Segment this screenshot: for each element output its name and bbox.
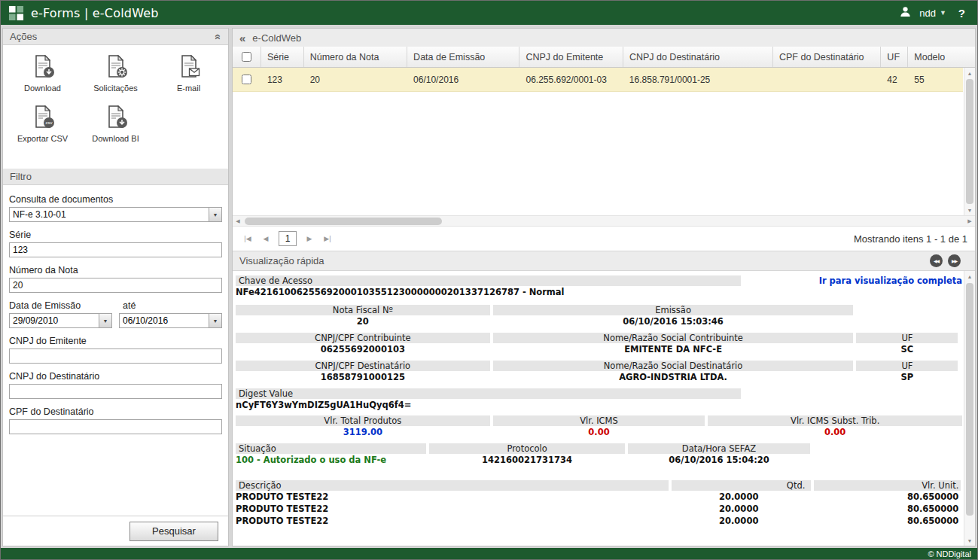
- filter-section-header: Filtro: [3, 169, 228, 185]
- sidebar: Ações « Download Solicitações E-mail: [2, 28, 229, 546]
- serie-label: Série: [9, 230, 222, 240]
- grid-horizontal-scrollbar[interactable]: ◀ ▶: [233, 215, 975, 227]
- uf-destinatario-value: SP: [856, 372, 958, 383]
- next-page-button[interactable]: ▶: [302, 231, 317, 246]
- scroll-up-icon[interactable]: ▲: [964, 68, 975, 78]
- last-page-button[interactable]: ▶|: [320, 231, 335, 246]
- first-page-button[interactable]: |◀: [240, 231, 255, 246]
- serie-input[interactable]: [9, 242, 222, 257]
- data-de-field[interactable]: ▼: [9, 313, 112, 328]
- cnpj-destinatario-input[interactable]: [9, 384, 222, 399]
- select-all-checkbox[interactable]: [242, 52, 251, 62]
- email-document-icon: [177, 54, 201, 81]
- scrollbar-thumb[interactable]: [966, 79, 973, 204]
- scroll-left-icon[interactable]: ◀: [233, 216, 243, 226]
- cell-cpf-destinatario: [773, 68, 881, 91]
- vlr-icms-st-value: 0.00: [708, 427, 962, 438]
- row-checkbox[interactable]: [242, 75, 251, 84]
- user-icon: [899, 5, 912, 21]
- collapse-sidebar-icon[interactable]: «: [239, 32, 245, 44]
- column-header-numero[interactable]: Número da Nota: [304, 47, 407, 67]
- footer-bar: © NDDigital: [1, 548, 977, 559]
- consulta-label: Consulta de documentos: [9, 194, 222, 205]
- item-descricao: PRODUTO TESTE22: [236, 516, 669, 527]
- cpf-destinatario-input[interactable]: [9, 419, 222, 434]
- scrollbar-thumb[interactable]: [245, 218, 442, 225]
- emissao-label: Emissão: [493, 305, 854, 315]
- nome-contribuinte-label: Nome/Razão Social Contribuinte: [493, 333, 854, 343]
- scroll-right-icon[interactable]: ▶: [964, 216, 975, 226]
- cnpj-destinatario-qv-label: CNPJ/CPF Destinatário: [236, 361, 490, 371]
- pagination-bar: |◀ ◀ 1 ▶ ▶| Mostrando itens 1 - 1 de 1: [233, 227, 975, 251]
- search-button[interactable]: Pesquisar: [129, 522, 218, 541]
- action-exportar-csv[interactable]: csv Exportar CSV: [6, 105, 79, 143]
- action-label: E-mail: [177, 84, 200, 93]
- scroll-up-icon[interactable]: ▲: [964, 271, 975, 282]
- download-document-icon: [31, 54, 55, 81]
- vlr-icms-label: Vlr. ICMS: [493, 415, 705, 426]
- cpf-destinatario-label: CPF do Destinatário: [9, 406, 222, 417]
- column-header-data-emissao[interactable]: Data de Emissão: [407, 47, 519, 67]
- column-header-serie[interactable]: Série: [261, 47, 304, 67]
- collapse-panel-icon[interactable]: «: [213, 34, 224, 40]
- column-header-cnpj-emitente[interactable]: CNPJ do Emitente: [519, 47, 623, 67]
- download-bi-icon: [104, 105, 128, 132]
- data-ate-input[interactable]: [120, 314, 209, 327]
- svg-text:csv: csv: [45, 120, 52, 125]
- cnpj-contribuinte-value: 06255692000103: [236, 344, 490, 355]
- previous-page-button[interactable]: ◀: [258, 231, 273, 246]
- action-email[interactable]: E-mail: [152, 54, 225, 93]
- copyright-text: © NDDigital: [928, 549, 971, 558]
- column-header-cnpj-destinatario[interactable]: CNPJ do Destinatário: [623, 47, 773, 67]
- quickview-title: Visualização rápida: [239, 255, 324, 266]
- action-download-bi[interactable]: Download BI: [79, 105, 152, 143]
- dropdown-arrow-icon[interactable]: ▼: [209, 314, 221, 327]
- grid-vertical-scrollbar[interactable]: ▲ ▼: [964, 68, 975, 215]
- actions-toolbar: Download Solicitações E-mail csv Exporta…: [3, 45, 228, 169]
- data-de-input[interactable]: [10, 314, 99, 327]
- digest-value-label: Digest Value: [236, 388, 741, 399]
- item-vlr-unit: 80.650000: [814, 492, 961, 503]
- nome-destinatario-label: Nome/Razão Social Destinatário: [493, 361, 854, 371]
- action-download[interactable]: Download: [6, 54, 79, 93]
- dropdown-arrow-icon[interactable]: ▼: [209, 208, 221, 221]
- items-vlr-unit-header: Vlr. Unit.: [814, 480, 961, 491]
- cnpj-destinatario-label: CNPJ do Destinatário: [9, 371, 222, 382]
- scrollbar-thumb[interactable]: [966, 283, 973, 516]
- cell-cnpj-emitente: 06.255.692/0001-03: [519, 68, 623, 91]
- item-qtd: 20.0000: [672, 504, 811, 515]
- item-row: PRODUTO TESTE22 20.0000 80.650000: [236, 492, 962, 503]
- scroll-down-icon[interactable]: ▼: [964, 205, 975, 215]
- quickview-vertical-scrollbar[interactable]: ▲ ▼: [964, 271, 975, 546]
- dropdown-arrow-icon[interactable]: ▼: [99, 314, 111, 327]
- previous-record-icon[interactable]: ◀◀: [930, 254, 943, 267]
- scroll-down-icon[interactable]: ▼: [964, 535, 975, 546]
- quickview-nav: ◀◀ ▶▶: [930, 254, 968, 267]
- cnpj-emitente-input[interactable]: [9, 348, 222, 364]
- item-vlr-unit: 80.650000: [814, 504, 961, 515]
- consulta-select[interactable]: NF-e 3.10-01 ▼: [9, 207, 222, 222]
- next-record-icon[interactable]: ▶▶: [948, 254, 961, 267]
- uf-destinatario-label: UF: [856, 361, 958, 371]
- filter-title: Filtro: [10, 171, 32, 182]
- column-header-cpf-destinatario[interactable]: CPF do Destinatário: [773, 47, 881, 67]
- quickview-header: Visualização rápida ◀◀ ▶▶: [233, 251, 975, 271]
- action-solicitacoes[interactable]: Solicitações: [79, 54, 152, 93]
- user-menu[interactable]: ndd ▼: [919, 8, 946, 19]
- data-emissao-label: Data de Emissão: [9, 300, 123, 311]
- row-select-cell: [233, 68, 261, 91]
- current-page-box[interactable]: 1: [279, 231, 297, 246]
- search-row: Pesquisar: [3, 516, 228, 546]
- column-header-uf[interactable]: UF: [881, 47, 908, 67]
- grid-panel-title: e-ColdWeb: [252, 32, 301, 44]
- numero-nota-input[interactable]: [9, 278, 222, 293]
- items-qtd-header: Qtd.: [672, 480, 811, 491]
- cell-numero: 20: [304, 68, 407, 91]
- cnpj-contribuinte-label: CNPJ/CPF Contribuinte: [236, 333, 490, 343]
- full-view-link[interactable]: Ir para visualização completa: [819, 275, 962, 286]
- action-label: Download BI: [92, 134, 139, 143]
- table-row[interactable]: 123 20 06/10/2016 06.255.692/0001-03 16.…: [233, 68, 963, 92]
- column-header-modelo[interactable]: Modelo: [908, 47, 963, 67]
- data-ate-field[interactable]: ▼: [119, 313, 222, 328]
- help-button[interactable]: ?: [954, 7, 970, 20]
